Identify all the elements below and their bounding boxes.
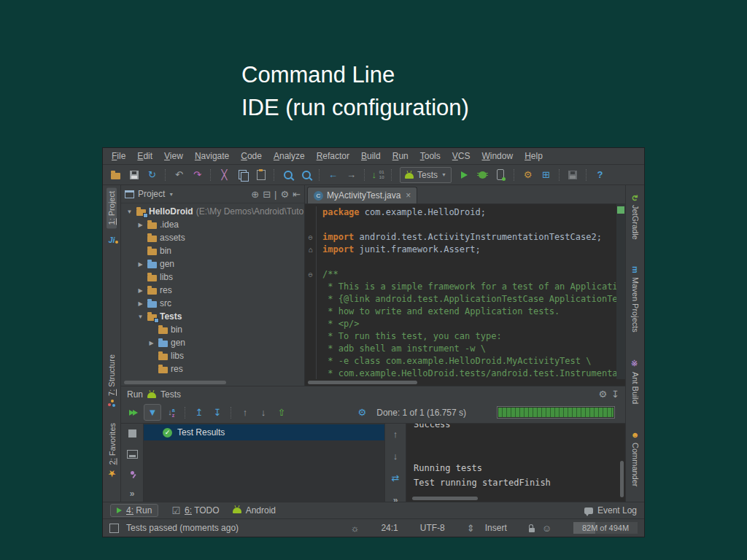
chevron-down-icon[interactable]: ▼	[169, 192, 174, 197]
menu-navigate[interactable]: Navigate	[189, 151, 235, 161]
cut-button[interactable]: ╳	[216, 167, 233, 183]
sync-button[interactable]: ↻	[144, 167, 160, 183]
tree-toggle-icon[interactable]: ▼	[136, 314, 144, 320]
background-tasks-icon[interactable]: ☼	[351, 524, 360, 533]
tool-tab-commander[interactable]: ☻Commander	[630, 427, 640, 491]
redo-button[interactable]: ↷	[189, 167, 206, 183]
console-vscrollbar-thumb[interactable]	[620, 461, 624, 497]
tool-tab-jetgradle[interactable]: ↻JetGradle	[630, 191, 640, 244]
tool-tab-structure[interactable]: 7: Structure	[107, 351, 117, 412]
code-line[interactable]: * <p/>	[305, 318, 625, 330]
test-console[interactable]: SuccessRunning testsTest running started…	[406, 424, 625, 502]
stop-icon[interactable]	[128, 429, 136, 438]
attach-device-button[interactable]	[492, 167, 509, 183]
test-results-row[interactable]: ✓ Test Results	[144, 424, 384, 440]
tree-row-res[interactable]: ▶res	[121, 284, 304, 297]
tree-toggle-icon[interactable]: ▼	[125, 209, 133, 215]
lock-icon[interactable]	[529, 528, 535, 532]
fold-marker-icon[interactable]: ⌂	[305, 244, 317, 256]
file-encoding[interactable]: UTF-8	[420, 523, 445, 533]
tool-tab-ant-build[interactable]: ※Ant Build	[630, 355, 640, 408]
help-button[interactable]: ?	[592, 167, 608, 183]
save-button[interactable]	[125, 167, 142, 183]
tool-tab-android[interactable]: Android	[233, 505, 276, 516]
tree-toggle-icon[interactable]: ▶	[147, 340, 155, 346]
menu-code[interactable]: Code	[235, 151, 268, 161]
menu-build[interactable]: Build	[355, 151, 387, 161]
tree-row-.idea[interactable]: ▶.idea	[121, 218, 304, 231]
fold-marker-icon[interactable]: ⊖	[305, 231, 317, 244]
scrollbar-thumb[interactable]	[124, 381, 226, 384]
fold-marker-icon[interactable]: ⊖	[305, 268, 317, 281]
tree-toggle-icon[interactable]: ▶	[136, 287, 144, 294]
gear-icon[interactable]: ⚙	[598, 389, 607, 399]
expand-all-button[interactable]: ↧	[209, 405, 225, 420]
tool-tab-project[interactable]: 1: Project	[107, 187, 117, 228]
collapse-all-icon[interactable]: ⊟	[263, 190, 271, 199]
settings-button[interactable]: ⚙	[519, 167, 536, 183]
menu-edit[interactable]: Edit	[131, 151, 158, 161]
menu-view[interactable]: View	[158, 151, 189, 161]
forward-button[interactable]: →	[343, 167, 360, 183]
project-structure-button[interactable]: ⊞	[538, 167, 554, 183]
code-line[interactable]: * -e class com.example.HelloDroid.MyActi…	[305, 355, 625, 368]
code-line[interactable]	[305, 256, 625, 268]
hide-passed-button[interactable]: ▼	[144, 404, 161, 421]
toggle-stripes-icon[interactable]	[109, 524, 119, 533]
menu-vcs[interactable]: VCS	[446, 151, 476, 161]
sort-alphabetically-button[interactable]: ↓ az	[163, 405, 179, 420]
console-icon[interactable]	[127, 450, 138, 459]
run-button[interactable]	[456, 167, 473, 183]
code-line[interactable]	[305, 219, 625, 231]
previous-failed-button[interactable]: ↑	[237, 405, 253, 420]
next-failed-button[interactable]: ↓	[255, 405, 271, 420]
project-panel-title[interactable]: Project	[138, 189, 165, 199]
copy-button[interactable]	[234, 167, 251, 183]
caret-position[interactable]: 24:1	[381, 523, 398, 533]
tree-toggle-icon[interactable]: ▶	[136, 300, 144, 307]
tree-row-gen[interactable]: ▶gen	[121, 257, 304, 271]
update-project-button[interactable]: ↓ 01 10	[370, 167, 387, 183]
save-all-button[interactable]	[565, 167, 581, 183]
tree-row-hellodroid[interactable]: ▼HelloDroid (E:\My Demos\Android\Tuto	[121, 205, 304, 218]
locate-icon[interactable]: ⊕	[251, 190, 259, 199]
gear-icon[interactable]: ⚙	[280, 190, 289, 199]
code-line[interactable]: package com.example.HelloDroid;	[305, 206, 625, 219]
tree-row-libs[interactable]: libs	[121, 349, 304, 362]
open-button[interactable]	[107, 167, 124, 183]
menu-refactor[interactable]: Refactor	[311, 151, 355, 161]
more-chevrons[interactable]: »	[130, 489, 135, 499]
tool-tab-todo[interactable]: ☑ 6: TODO	[171, 505, 219, 516]
memory-indicator[interactable]: 82M of 494M	[573, 522, 638, 534]
code-line[interactable]: * adb shell am instrument -w \	[305, 343, 625, 355]
project-tree-hscrollbar[interactable]	[121, 379, 304, 386]
find-button[interactable]	[279, 167, 296, 183]
code-line[interactable]: ⌂import junit.framework.Assert;	[305, 244, 625, 256]
project-views-icon[interactable]	[125, 190, 134, 198]
up-icon[interactable]: ↑	[393, 429, 398, 439]
hector-icon[interactable]: ☺	[542, 524, 551, 533]
tree-toggle-icon[interactable]: ▶	[136, 222, 144, 228]
run-configuration-dropdown[interactable]: Tests ▼	[400, 167, 452, 183]
tree-row-libs[interactable]: libs	[121, 271, 304, 284]
debug-button[interactable]	[474, 167, 491, 183]
tree-row-bin[interactable]: bin	[121, 244, 304, 257]
menu-window[interactable]: Window	[476, 151, 519, 161]
down-icon[interactable]: ↓	[393, 451, 398, 461]
back-button[interactable]: ←	[325, 167, 341, 183]
insert-mode-widget[interactable]: ⇕ Insert	[467, 523, 507, 533]
code-line[interactable]: * {@link android.test.ApplicationTestCas…	[305, 293, 625, 306]
code-line[interactable]: * To run this test, you can type:	[305, 330, 625, 343]
tool-tab-run[interactable]: 4: Run	[110, 504, 158, 517]
event-log-button[interactable]: Event Log	[584, 505, 637, 516]
gear-icon[interactable]: ⚙	[358, 408, 367, 417]
code-line[interactable]: ⊖/**	[305, 268, 625, 281]
scrollbar-thumb[interactable]	[308, 381, 417, 384]
close-icon[interactable]: ×	[406, 190, 411, 201]
tree-toggle-icon[interactable]: ▶	[136, 261, 144, 268]
tree-row-assets[interactable]: assets	[121, 231, 304, 244]
tool-tab-maven-projects[interactable]: mMaven Projects	[630, 262, 640, 336]
hide-panel-icon[interactable]: ⇤	[293, 190, 301, 199]
tool-tab-favorites[interactable]: ★ 2: Favorites	[106, 419, 118, 483]
scroll-to-source-icon[interactable]: ⇄	[392, 473, 400, 483]
